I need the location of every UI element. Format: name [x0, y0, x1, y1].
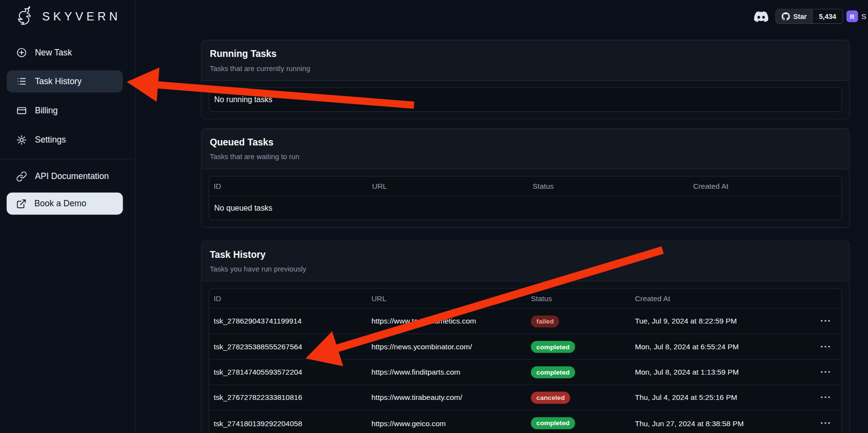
app-viewport: SKYVERN New Task Task History: [0, 0, 868, 433]
card-subtitle: Tasks that are waiting to run: [210, 153, 841, 161]
task-url: https://www.geico.com: [367, 419, 526, 427]
history-table-body: tsk_278629043741199914 https://www.tarte…: [209, 309, 842, 433]
sidebar-item-api-documentation[interactable]: API Documentation: [7, 165, 123, 187]
column-header-id: ID: [209, 182, 368, 190]
sidebar-divider: [0, 159, 135, 159]
task-id: tsk_278147405593572204: [209, 368, 367, 376]
gear-icon: [16, 134, 27, 145]
discord-icon: [754, 11, 769, 22]
task-url: https://www.tirabeauty.com/: [367, 393, 526, 401]
row-actions-button[interactable]: ···: [817, 314, 834, 327]
task-history-header: Task History Tasks you have run previous…: [202, 241, 849, 282]
queued-tasks-header: Queued Tasks Tasks that are waiting to r…: [202, 129, 849, 169]
sidebar-item-label: Settings: [35, 135, 66, 144]
sidebar-item-new-task[interactable]: New Task: [7, 41, 123, 63]
credit-card-icon: [16, 105, 27, 116]
task-actions-cell: ···: [811, 365, 842, 379]
github-star-widget: Star 5,434: [776, 9, 843, 24]
task-created-at: Mon, Jul 8, 2024 at 6:55:24 PM: [630, 343, 811, 351]
table-header-row: ID URL Status Created At: [209, 177, 842, 197]
row-actions-button[interactable]: ···: [817, 416, 834, 430]
task-id: tsk_274180139292204058: [209, 419, 367, 427]
column-header-status: Status: [528, 182, 689, 190]
sidebar-item-label: Book a Demo: [35, 198, 87, 208]
task-actions-cell: ···: [811, 340, 842, 353]
sidebar-item-billing[interactable]: Billing: [7, 100, 123, 122]
column-header-created-at: Created At: [689, 182, 842, 190]
status-badge: canceled: [531, 391, 570, 403]
card-title: Queued Tasks: [210, 137, 841, 148]
row-actions-button[interactable]: ···: [817, 365, 834, 379]
task-status-cell: failed: [526, 315, 630, 327]
sidebar-item-task-history[interactable]: Task History: [7, 70, 123, 92]
queued-tasks-card: Queued Tasks Tasks that are waiting to r…: [201, 128, 850, 228]
no-queued-tasks-message: No queued tasks: [209, 197, 842, 220]
running-tasks-header: Running Tasks Tasks that are currently r…: [202, 40, 849, 81]
task-url: https://www.tartecosmetics.com: [367, 317, 526, 325]
running-tasks-card: Running Tasks Tasks that are currently r…: [201, 40, 850, 120]
status-badge: failed: [531, 315, 559, 327]
task-url: https://www.finditparts.com: [367, 368, 526, 376]
sidebar-item-label: API Documentation: [35, 172, 109, 181]
column-header-id: ID: [209, 294, 367, 303]
table-row[interactable]: tsk_278147405593572204 https://www.findi…: [209, 360, 842, 385]
skyvern-logo-icon: [12, 4, 37, 29]
sidebar: SKYVERN New Task Task History: [0, 0, 136, 433]
link-icon: [16, 171, 27, 182]
status-badge: completed: [531, 366, 575, 378]
sidebar-item-settings[interactable]: Settings: [7, 129, 123, 151]
task-status-cell: completed: [526, 341, 630, 353]
column-header-status: Status: [526, 294, 630, 303]
task-created-at: Thu, Jul 4, 2024 at 5:25:16 PM: [630, 393, 811, 401]
external-link-icon: [16, 198, 27, 209]
task-created-at: Tue, Jul 9, 2024 at 8:22:59 PM: [630, 317, 811, 325]
table-row[interactable]: tsk_274180139292204058 https://www.geico…: [209, 411, 842, 433]
table-row[interactable]: tsk_278629043741199914 https://www.tarte…: [209, 309, 842, 334]
task-actions-cell: ···: [811, 416, 842, 430]
status-badge: completed: [531, 341, 575, 353]
brand-name: SKYVERN: [42, 10, 121, 23]
github-star-button[interactable]: Star: [776, 9, 813, 23]
card-title: Running Tasks: [210, 49, 841, 60]
column-header-url: URL: [368, 182, 528, 190]
sidebar-item-label: Task History: [35, 76, 82, 86]
task-url: https://news.ycombinator.com/: [367, 343, 526, 351]
task-id: tsk_278235388555267564: [209, 343, 367, 351]
task-created-at: Mon, Jul 8, 2024 at 1:13:59 PM: [630, 368, 811, 376]
task-status-cell: completed: [526, 366, 630, 378]
sidebar-item-label: Billing: [35, 106, 58, 115]
card-title: Task History: [210, 250, 841, 261]
task-id: tsk_278629043741199914: [209, 317, 367, 325]
user-avatar[interactable]: R: [847, 11, 858, 22]
github-icon: [782, 12, 790, 20]
brand-logo-link[interactable]: SKYVERN: [12, 4, 121, 29]
row-actions-button[interactable]: ···: [817, 391, 834, 404]
no-running-tasks-message: No running tasks: [209, 88, 842, 111]
avatar-initial: R: [850, 13, 854, 20]
running-tasks-table: No running tasks: [209, 88, 842, 112]
task-history-card: Task History Tasks you have run previous…: [201, 241, 850, 433]
card-subtitle: Tasks that are currently running: [210, 64, 841, 72]
discord-link[interactable]: [754, 9, 769, 24]
github-star-label: Star: [793, 13, 807, 20]
task-actions-cell: ···: [811, 391, 842, 404]
table-header-row: ID URL Status Created At: [209, 289, 842, 309]
row-actions-button[interactable]: ···: [817, 340, 834, 353]
column-header-created-at: Created At: [630, 294, 811, 303]
task-actions-cell: ···: [811, 314, 842, 327]
github-star-count[interactable]: 5,434: [813, 9, 843, 23]
list-icon: [16, 76, 27, 87]
queued-tasks-table: ID URL Status Created At No queued tasks: [209, 176, 842, 220]
plus-circle-icon: [16, 47, 27, 58]
table-row[interactable]: tsk_278235388555267564 https://news.ycom…: [209, 334, 842, 360]
column-header-url: URL: [367, 294, 526, 303]
sidebar-item-label: New Task: [35, 48, 72, 57]
sidebar-item-book-a-demo[interactable]: Book a Demo: [7, 193, 123, 215]
status-badge: completed: [531, 417, 575, 429]
task-history-table: ID URL Status Created At tsk_27862904374…: [209, 288, 842, 433]
task-id: tsk_276727822333810816: [209, 393, 367, 401]
clipped-username-text: S: [861, 12, 866, 20]
card-subtitle: Tasks you have run previously: [210, 265, 841, 273]
task-status-cell: completed: [526, 417, 630, 429]
table-row[interactable]: tsk_276727822333810816 https://www.tirab…: [209, 385, 842, 410]
